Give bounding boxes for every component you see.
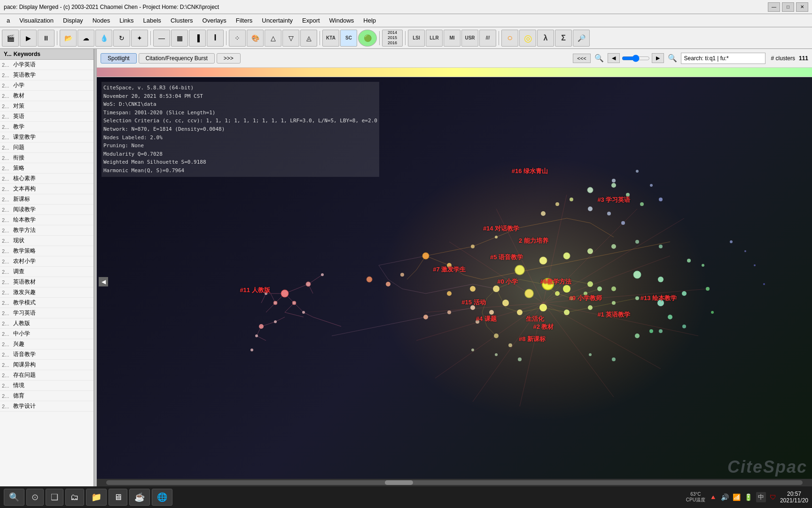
sidebar-item[interactable]: 2...教材 [0,91,94,101]
sidebar-item[interactable]: 2...农村小学 [0,256,94,267]
tb-lines-button[interactable]: /// [479,30,496,47]
tb-search2-button[interactable]: 🔎 [573,30,590,47]
tb-bar-button[interactable]: ▐ [189,30,206,47]
tb-play-button[interactable]: ▶ [20,30,37,47]
tb-film-button[interactable]: 🎬 [2,30,19,47]
sidebar-item[interactable]: 2...核心素养 [0,174,94,184]
tb-pause-button[interactable]: ⏸ [38,30,55,47]
menu-item-display[interactable]: Display [58,16,88,25]
sidebar-item[interactable]: 2...教学模式 [0,298,94,308]
tb-year-button[interactable]: 201420152016 [382,30,403,47]
spotlight-button[interactable]: Spotlight [101,53,137,64]
citation-burst-button[interactable]: Citation/Frequency Burst [139,53,215,64]
tb-mi-button[interactable]: MI [444,30,461,47]
app-browser[interactable]: 🌐 [152,489,172,506]
nav-next-button[interactable]: ▶ [652,53,664,63]
network-canvas[interactable]: CiteSpace, v. 5.8.R3 (64-bit) November 2… [97,77,812,486]
cortana-button[interactable]: ⊙ [26,489,44,506]
sidebar-item[interactable]: 2...英语教材 [0,277,94,287]
tb-tri1-button[interactable]: △ [265,30,281,47]
nav-first-button[interactable]: <<< [573,54,590,63]
scroll-thumb[interactable] [385,480,413,485]
tb-open-button[interactable]: 📂 [60,30,77,47]
maximize-button[interactable]: □ [782,2,794,12]
more-button[interactable]: >>> [217,53,241,64]
sidebar-item[interactable]: 2...教学方法 [0,225,94,236]
sidebar-item[interactable]: 2...教学 [0,122,94,132]
sidebar-item[interactable]: 2...衔接 [0,153,94,163]
sidebar-item[interactable]: 2...小学英语 [0,60,94,70]
sidebar-item[interactable]: 2...绘本教学 [0,215,94,225]
sidebar-item[interactable]: 2...阅读教学 [0,205,94,215]
tb-green-button[interactable]: 🟢 [358,30,377,47]
tb-grid-button[interactable]: ▦ [171,30,188,47]
menu-item-uncertainty[interactable]: Uncertainty [257,16,297,25]
menu-item-labels[interactable]: Labels [139,16,166,25]
sidebar-item[interactable]: 2...策略 [0,163,94,174]
tb-refresh-button[interactable]: ↻ [113,30,130,47]
timeline-slider[interactable] [622,55,650,62]
tb-usr-button[interactable]: USR [461,30,478,47]
sidebar-item[interactable]: 2...人教版 [0,318,94,329]
sidebar-item[interactable]: 2...情境 [0,381,94,391]
sidebar-item[interactable]: 2...现状 [0,236,94,246]
sidebar-item[interactable]: 2...语音教学 [0,349,94,360]
menu-item-filters[interactable]: Filters [231,16,257,25]
tb-sc-button[interactable]: SC [340,30,357,47]
tb-star-button[interactable]: ✦ [131,30,148,47]
sidebar-item[interactable]: 2...教学策略 [0,246,94,256]
app-folder[interactable]: 📁 [86,489,107,506]
tb-lsi-button[interactable]: LSI [408,30,425,47]
menu-item-help[interactable]: Help [359,16,381,25]
sidebar-item[interactable]: 2...问题 [0,143,94,153]
tb-drop-button[interactable]: 💧 [95,30,112,47]
close-button[interactable]: ✕ [796,2,808,12]
sidebar-item[interactable]: 2...学习英语 [0,308,94,318]
sidebar-item[interactable]: 2...对策 [0,101,94,111]
tb-color-button[interactable]: 🎨 [247,30,264,47]
menu-item-clusters[interactable]: Clusters [166,16,198,25]
tb-lambda-button[interactable]: λ [537,30,554,47]
sidebar-item[interactable]: 2...存在问题 [0,370,94,381]
sidebar-item[interactable]: 2...兴趣 [0,339,94,349]
search-input[interactable] [681,53,765,64]
tb-cursor-button[interactable]: I [207,30,224,47]
menu-item-a[interactable]: a [2,16,15,25]
app-java[interactable]: ☕ [129,489,150,506]
sidebar-item[interactable]: 2...闻课异构 [0,360,94,370]
menu-item-nodes[interactable]: Nodes [88,16,115,25]
tb-sigma-button[interactable]: Σ [555,30,572,47]
app-monitor[interactable]: 🖥 [109,489,127,506]
taskview-button[interactable]: ❑ [46,489,63,506]
search-button[interactable]: 🔍 [4,489,24,506]
menu-item-links[interactable]: Links [115,16,138,25]
tb-circle-button[interactable]: ○ [501,30,518,47]
tb-cloud-button[interactable]: ☁ [78,30,94,47]
sidebar-item[interactable]: 2...德育 [0,391,94,401]
minimize-button[interactable]: — [768,2,780,12]
menu-item-visualization[interactable]: Visualization [15,16,58,25]
tb-line-button[interactable]: — [153,30,170,47]
sidebar-item[interactable]: 2...英语 [0,111,94,122]
tb-kta-button[interactable]: KTA [322,30,339,47]
sidebar-item[interactable]: 2...文本再构 [0,184,94,194]
menu-item-overlays[interactable]: Overlays [198,16,231,25]
tb-search-circle-button[interactable]: ◎ [519,30,536,47]
network-scrollbar[interactable] [97,479,812,486]
sidebar-item[interactable]: 2...小学 [0,80,94,91]
sidebar-item[interactable]: 2...中小学 [0,329,94,339]
sidebar-item[interactable]: 2...调查 [0,267,94,277]
sidebar-list[interactable]: 2...小学英语2...英语教学2...小学2...教材2...对策2...英语… [0,60,94,486]
tb-dots-button[interactable]: ⁘ [229,30,246,47]
menu-item-windows[interactable]: Windows [325,16,359,25]
tb-tri2-button[interactable]: ▽ [282,30,299,47]
sidebar-item[interactable]: 2...课堂教学 [0,132,94,143]
sidebar-item[interactable]: 2...激发兴趣 [0,287,94,298]
app-fileexplorer[interactable]: 🗂 [65,489,84,506]
tb-llr-button[interactable]: LLR [426,30,443,47]
tb-tri3-button[interactable]: ◬ [300,30,317,47]
sidebar-item[interactable]: 2...教学设计 [0,401,94,412]
sidebar-item[interactable]: 2...新课标 [0,194,94,205]
nav-prev-button[interactable]: ◀ [608,53,620,63]
sidebar-item[interactable]: 2...英语教学 [0,70,94,80]
